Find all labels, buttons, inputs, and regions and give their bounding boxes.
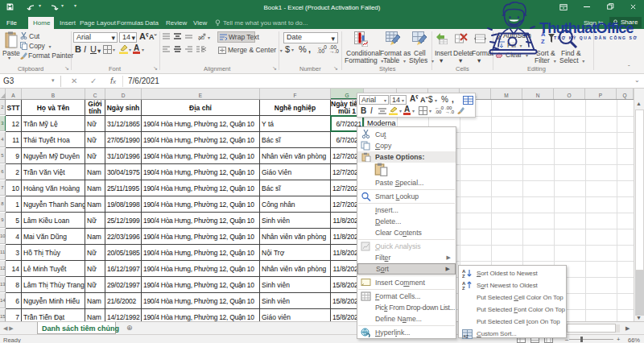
svg-text:Z: Z xyxy=(462,286,465,290)
svg-text:ab: ab xyxy=(198,35,204,40)
svg-text:A: A xyxy=(462,269,466,274)
svg-text:AZ: AZ xyxy=(464,334,469,339)
svg-text:A: A xyxy=(462,281,466,286)
svg-text:Z: Z xyxy=(462,274,465,278)
